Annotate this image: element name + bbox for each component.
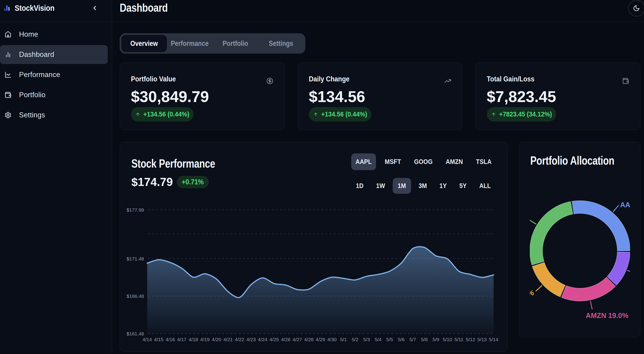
stock-chart-selectors: AAPLMSFTGOOGAMZNTSLA 1D1W1M3M1Y5YALL	[351, 154, 496, 194]
range-button-1w[interactable]: 1W	[371, 178, 390, 194]
x-tick-label: 5/10	[443, 337, 452, 342]
donut-leader-line	[613, 205, 619, 212]
donut-slice-tsla[interactable]	[532, 262, 565, 297]
sidebar-item-label: Home	[19, 30, 38, 38]
brand-title: StockVision	[15, 3, 54, 12]
tab-label: Overview	[130, 39, 158, 48]
page-title: Dashboard	[120, 2, 168, 14]
range-label: 1M	[398, 182, 406, 190]
sidebar-item-dashboard[interactable]: Dashboard	[0, 45, 108, 64]
range-button-1d[interactable]: 1D	[351, 178, 368, 194]
x-tick-label: 5/3	[363, 337, 370, 342]
x-tick-label: 4/23	[246, 337, 256, 342]
sidebar-item-label: Performance	[19, 70, 60, 79]
stat-card-daily-change: Daily Change$134.56+134.56 (0.44%)	[298, 62, 462, 130]
x-tick-label: 4/26	[281, 337, 290, 342]
stat-card-title: Daily Change	[309, 75, 350, 84]
topbar: Dashboard	[112, 0, 644, 22]
ticker-button-tsla[interactable]: TSLA	[472, 154, 496, 170]
tab-bar: OverviewPerformancePortfolioSettings	[120, 33, 306, 54]
wallet-icon	[622, 78, 629, 84]
ticker-label: AMZN	[446, 158, 463, 166]
x-tick-label: 5/1	[340, 337, 347, 342]
donut-slice-label: TSLA 14.0%	[530, 289, 534, 297]
bar-chart-icon	[4, 51, 12, 58]
x-tick-label: 4/22	[235, 337, 244, 342]
ticker-label: TSLA	[476, 158, 492, 166]
sidebar-item-home[interactable]: Home	[0, 25, 108, 44]
stock-chart-title: Stock Performance	[131, 157, 215, 170]
tab-performance[interactable]: Performance	[167, 35, 212, 52]
stat-card-change: +7823.45 (34.12%)	[499, 110, 552, 118]
x-tick-label: 4/27	[292, 337, 302, 342]
range-button-1m[interactable]: 1M	[393, 178, 411, 194]
x-tick-label: 4/17	[177, 337, 186, 342]
range-button-1y[interactable]: 1Y	[434, 178, 452, 194]
donut-slice-msft[interactable]	[530, 202, 573, 265]
tab-portfolio[interactable]: Portfolio	[212, 35, 258, 52]
arrow-up-icon	[491, 112, 496, 117]
range-button-3m[interactable]: 3M	[414, 178, 432, 194]
x-tick-label: 4/20	[212, 337, 221, 342]
stat-card-title: Portfolio Value	[131, 75, 176, 84]
charts-row: Stock Performance $174.79 +0.71% AAPLMSF…	[120, 142, 640, 352]
trending-up-icon	[444, 78, 451, 84]
donut-leader-line	[627, 270, 630, 274]
donut-slice-amzn[interactable]	[562, 277, 616, 301]
donut-slice-label: AMZN 19.0%	[586, 312, 628, 320]
ticker-button-goog[interactable]: GOOG	[410, 154, 437, 170]
ticker-button-msft[interactable]: MSFT	[380, 154, 405, 170]
allocation-donut-chart[interactable]: AAPL 28.0%GOOG 12.0%AMZN 19.0%TSLA 14.0%…	[530, 177, 630, 328]
brand-logo-icon	[4, 5, 10, 11]
sidebar-collapse-button[interactable]	[88, 2, 101, 14]
sidebar-nav: HomeDashboardPerformancePortfolioSetting…	[0, 22, 112, 124]
sidebar-item-performance[interactable]: Performance	[0, 65, 108, 84]
sidebar-item-portfolio[interactable]: Portfolio	[0, 86, 108, 104]
ticker-row: AAPLMSFTGOOGAMZNTSLA	[351, 154, 496, 170]
donut-leader-line	[530, 220, 536, 224]
sidebar-item-label: Settings	[19, 111, 45, 119]
range-button-5y[interactable]: 5Y	[454, 178, 472, 194]
moon-icon	[633, 5, 640, 12]
x-tick-label: 5/5	[386, 337, 393, 342]
app-root: StockVision HomeDashboardPerformancePort…	[0, 0, 644, 354]
range-label: ALL	[479, 182, 491, 190]
donut-slice-label: AAPL 28.0%	[620, 201, 630, 209]
x-tick-label: 5/6	[398, 337, 404, 342]
ticker-button-aapl[interactable]: AAPL	[351, 154, 376, 170]
ticker-label: AAPL	[356, 158, 372, 166]
y-tick-label: $166.48	[126, 294, 144, 299]
price-area-fill	[147, 247, 494, 334]
sidebar-item-settings[interactable]: Settings	[0, 106, 108, 124]
circle-dollar-icon	[266, 78, 273, 84]
main-area: Dashboard OverviewPerformancePortfolioSe…	[112, 0, 644, 354]
sidebar-item-label: Portfolio	[19, 91, 46, 99]
range-button-all[interactable]: ALL	[474, 178, 496, 194]
stat-card-portfolio-value: Portfolio Value$30,849.79+134.56 (0.44%)	[120, 62, 284, 130]
arrow-up-icon	[135, 112, 140, 117]
stat-card-change-badge: +7823.45 (34.12%)	[487, 107, 556, 122]
range-label: 1D	[356, 182, 364, 190]
stat-cards: Portfolio Value$30,849.79+134.56 (0.44%)…	[120, 62, 640, 130]
stat-card-head: Portfolio Value	[131, 73, 273, 82]
theme-toggle-button[interactable]	[628, 0, 644, 16]
stat-card-value: $134.56	[309, 88, 451, 106]
donut-slice-goog[interactable]	[607, 252, 630, 285]
tab-label: Portfolio	[222, 39, 248, 48]
x-tick-label: 4/21	[223, 337, 233, 342]
portfolio-allocation-title: Portfolio Allocation	[530, 154, 629, 168]
ticker-button-amzn[interactable]: AMZN	[441, 154, 467, 170]
tab-label: Settings	[269, 39, 293, 48]
home-icon	[4, 31, 12, 38]
x-tick-label: 4/15	[154, 337, 164, 342]
stock-line-chart[interactable]: $177.99$171.48$166.48$161.484/144/154/16…	[120, 195, 508, 352]
x-tick-label: 4/30	[327, 337, 336, 342]
donut-leader-line	[536, 285, 542, 291]
x-tick-label: 5/8	[421, 337, 428, 342]
stock-price-row: $174.79 +0.71%	[131, 176, 215, 189]
x-tick-label: 4/19	[200, 337, 210, 342]
tab-overview[interactable]: Overview	[121, 35, 167, 52]
tab-settings[interactable]: Settings	[258, 35, 304, 52]
x-tick-label: 4/29	[316, 337, 325, 342]
range-label: 1Y	[440, 182, 447, 190]
